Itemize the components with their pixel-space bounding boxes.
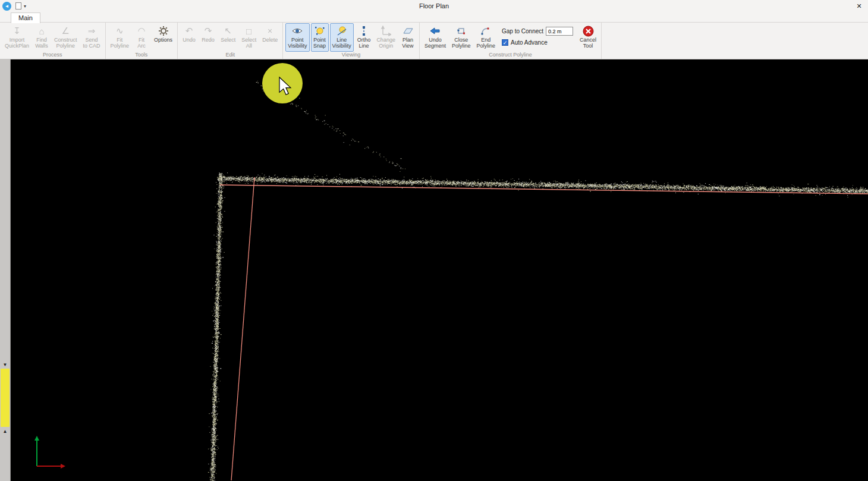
point-snap-icon [315,25,325,37]
fit-arc-button[interactable]: ◠Fit Arc [133,23,150,52]
back-button[interactable]: ◄ [2,2,11,11]
close-button[interactable]: ✕ [850,2,868,10]
undo-segment-label: Undo Segment [424,37,446,49]
undo-icon: ↶ [185,25,193,37]
cancel-icon [583,25,594,37]
plan-view-label: Plan View [402,37,413,49]
group-label: Edit [180,52,281,59]
select-all-icon: □ [246,25,251,37]
elevation-slider-thumb[interactable] [1,369,10,427]
end-polyline-label: End Polyline [476,37,495,49]
send-to-cad-button[interactable]: ⇒Send to CAD [81,23,103,52]
select-cursor-icon: ↖ [224,25,232,37]
close-polyline-icon [456,25,467,37]
undo-segment-icon [429,25,441,37]
select-all-button[interactable]: □Select All [239,23,259,52]
line-visibility-icon [336,25,347,37]
redo-label: Redo [202,37,215,43]
send-to-cad-label: Send to CAD [83,37,100,49]
undo-label: Undo [183,37,196,43]
fit-polyline-button[interactable]: ∿Fit Polyline [108,23,132,52]
ribbon-tab-row: Main [0,12,868,23]
ortho-line-label: Ortho Line [357,37,371,49]
point-visibility-button[interactable]: Point Visibility [285,23,309,52]
undo-button[interactable]: ↶Undo [180,23,198,52]
ribbon-group-viewing: Point VisibilityPoint SnapLine Visibilit… [283,23,420,59]
fit-polyline-label: Fit Polyline [111,37,130,49]
ortho-line-button[interactable]: Ortho Line [355,23,373,52]
window-title: Floor Plan [0,2,868,10]
axis-gizmo-x-arrowhead [61,464,65,469]
end-polyline-icon [480,25,491,37]
find-walls-button[interactable]: ⌂Find Walls [33,23,51,52]
redo-icon: ↷ [205,25,212,37]
auto-advance-checkbox[interactable]: ✓ [502,39,508,46]
plan-view-icon [402,25,414,37]
construct-polyline-label: Construct Polyline [54,37,77,49]
import-icon: ↧ [13,25,21,37]
group-label: Tools [108,52,176,59]
find-walls-icon: ⌂ [39,25,45,37]
elevation-slider-track[interactable]: ▼ ▲ [0,59,11,481]
plan-view-button[interactable]: Plan View [399,23,417,52]
gap-to-connect-label: Gap to Connect [502,28,543,34]
line-visibility-label: Line Visibility [332,37,351,49]
fit-arc-icon: ◠ [138,25,146,37]
construct-polyline-options: Gap to Connect✓Auto Advance [502,27,573,46]
ribbon-group-edit: ↶Undo↷Redo↖Select□Select All×DeleteEdit [178,23,283,59]
group-label: Process [2,52,103,59]
quick-access-caret-icon[interactable]: ▾ [24,4,26,9]
fit-polyline-icon: ∿ [116,25,124,37]
select-all-label: Select All [241,37,256,49]
construct-polyline-icon: ∠ [62,25,70,37]
slider-arrow-up-icon[interactable]: ▲ [0,429,10,434]
import-quickplan-label: Import QuickPlan [5,37,29,49]
find-walls-label: Find Walls [35,37,48,49]
slider-arrow-down-icon[interactable]: ▼ [0,362,10,367]
redo-button[interactable]: ↷Redo [199,23,217,52]
close-polyline-button[interactable]: Close Polyline [449,23,473,52]
point-visibility-label: Point Visibility [288,37,307,49]
change-origin-label: Change Origin [376,37,395,49]
viewport-overlay [11,59,868,481]
point-snap-button[interactable]: Point Snap [311,23,329,52]
close-polyline-label: Close Polyline [452,37,471,49]
ribbon-group-construct-polyline: Undo SegmentClose PolylineEnd PolylineGa… [420,23,602,59]
axis-gizmo-y-arrowhead [34,436,39,441]
options-button[interactable]: Options [152,23,175,52]
import-quickplan-button[interactable]: ↧Import QuickPlan [2,23,32,52]
eye-icon [291,25,303,37]
viewport[interactable] [11,59,868,481]
send-to-cad-icon: ⇒ [88,25,96,37]
quick-access-file-icon[interactable] [15,2,21,10]
end-polyline-button[interactable]: End Polyline [474,23,498,52]
titlebar: ◄ ▾ Floor Plan ✕ [0,0,868,12]
select-button[interactable]: ↖Select [218,23,238,52]
construct-polyline-button[interactable]: ∠Construct Polyline [52,23,80,52]
change-origin-icon [380,25,391,37]
ribbon-group-process: ↧Import QuickPlan⌂Find Walls∠Construct P… [0,23,106,59]
delete-label: Delete [262,37,278,43]
line-visibility-button[interactable]: Line Visibility [330,23,354,52]
group-label: Viewing [285,52,417,59]
auto-advance-label: Auto Advance [511,39,548,46]
gear-icon [158,25,169,37]
change-origin-button[interactable]: Change Origin [374,23,398,52]
select-label: Select [221,37,235,43]
ribbon: ↧Import QuickPlan⌂Find Walls∠Construct P… [0,23,868,59]
cancel-tool-label: Cancel Tool [580,37,596,49]
options-label: Options [154,37,172,43]
point-snap-label: Point Snap [313,37,326,49]
fit-arc-label: Fit Arc [137,37,146,49]
ribbon-group-tools: ∿Fit Polyline◠Fit ArcOptionsTools [106,23,178,59]
delete-icon: × [268,25,272,37]
ortho-line-icon [358,25,369,37]
delete-button[interactable]: ×Delete [260,23,280,52]
tab-main[interactable]: Main [11,12,40,23]
gap-to-connect-input[interactable] [546,27,573,36]
cancel-tool-button[interactable]: Cancel Tool [577,23,599,52]
undo-segment-button[interactable]: Undo Segment [422,23,448,52]
group-label: Construct Polyline [422,52,599,59]
